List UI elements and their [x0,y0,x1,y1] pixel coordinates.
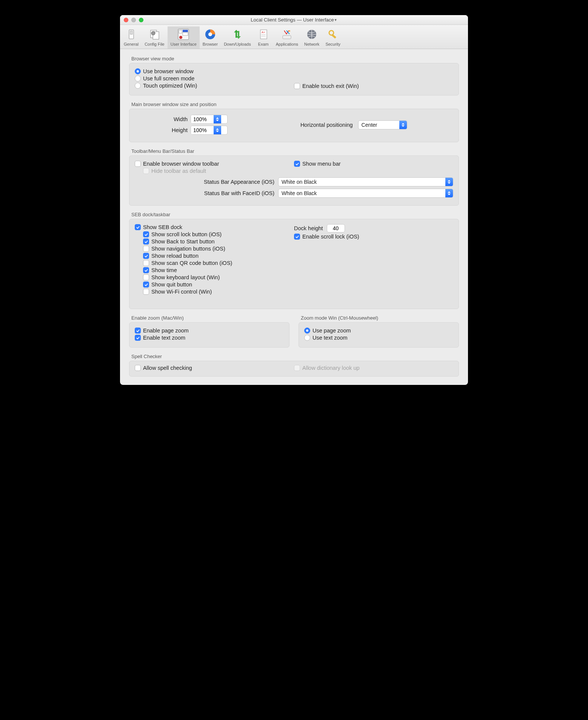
check-enable-text-zoom[interactable] [135,335,141,341]
general-icon [125,28,138,41]
check-label: Allow spell checking [143,365,192,371]
popup-value: White on Black [279,179,445,185]
toolbar: General Config File User Interface Brows… [120,25,468,49]
chevron-updown-icon [445,178,453,186]
check-show-reload[interactable] [143,253,149,259]
tab-applications[interactable]: Applications [273,26,301,49]
tab-label: Security [325,42,340,46]
radio-touch-optimized[interactable] [135,83,141,89]
svg-rect-14 [283,35,291,39]
section-label-zoom-mode: Zoom mode Win (Ctrl-Mousewheel) [301,315,459,321]
dock-height-input[interactable] [327,224,345,232]
check-enable-scroll-lock[interactable] [294,234,300,240]
svg-rect-8 [179,30,182,33]
check-label: Enable browser window toolbar [143,161,219,167]
tab-down-uploads[interactable]: Down/Uploads [221,26,254,49]
chevron-updown-icon [399,121,407,129]
check-label: Show reload button [151,253,199,259]
popup-status-ios[interactable]: White on Black [278,177,453,186]
check-show-dock[interactable] [135,224,141,230]
hpos-label: Horizontal positioning [300,122,353,128]
check-show-back[interactable] [143,238,149,245]
svg-point-9 [179,36,182,39]
svg-rect-18 [331,34,336,38]
check-label: Enable text zoom [143,335,185,341]
window-title: Local Client Settings — User Interface▼ [120,17,468,23]
check-show-wifi[interactable] [143,289,149,295]
check-enable-touch-exit[interactable] [294,83,300,89]
tab-user-interface[interactable]: User Interface [168,26,200,49]
check-label: Show scan QR code button (iOS) [151,260,232,266]
radio-label: Use text zoom [312,335,348,341]
radio-label: Use page zoom [312,328,351,334]
minimize-icon[interactable] [131,18,136,22]
radio-label: Use full screen mode [143,75,194,82]
check-label: Enable scroll lock (iOS) [302,234,359,240]
tab-label: General [124,42,139,46]
stepper-icon[interactable] [214,115,221,123]
section-label-bars: Toolbar/Menu Bar/Status Bar [131,148,459,154]
width-input[interactable] [191,115,214,123]
tab-label: Applications [276,42,298,46]
check-enable-page-zoom[interactable] [135,328,141,334]
section-label-spell: Spell Checker [131,354,459,359]
chevron-updown-icon [445,189,453,197]
radio-use-page-zoom[interactable] [304,328,310,334]
group-dock: Show SEB dock Show scroll lock button (i… [129,219,459,309]
tab-network[interactable]: Network [301,26,322,49]
section-label-enable-zoom: Enable zoom (Mac/Win) [131,315,289,321]
tab-label: Network [304,42,319,46]
check-show-nav[interactable] [143,246,149,252]
check-hide-toolbar-default [143,168,149,174]
tab-exam[interactable]: A+ Exam [254,26,273,49]
tab-label: Config File [145,42,165,46]
radio-use-full-screen[interactable] [135,75,141,82]
check-label: Show menu bar [302,161,341,167]
tab-config-file[interactable]: Config File [142,26,168,49]
exam-icon: A+ [257,28,270,41]
zoom-icon[interactable] [139,18,143,22]
height-label: Height [135,127,188,133]
svg-rect-1 [130,31,132,34]
check-label: Show SEB dock [143,224,182,230]
check-label: Enable page zoom [143,328,189,334]
check-label: Show keyboard layout (Win) [151,274,220,280]
stepper-icon[interactable] [214,126,221,134]
tab-security[interactable]: Security [322,26,343,49]
check-allow-spell[interactable] [135,365,141,371]
check-show-scroll-lock[interactable] [143,231,149,237]
tab-browser[interactable]: Browser [200,26,221,49]
tab-label: Down/Uploads [224,42,251,46]
check-show-menu[interactable] [294,161,300,167]
group-enable-zoom: Enable page zoom Enable text zoom [129,322,289,348]
height-input[interactable] [191,126,214,134]
combo-height[interactable] [191,126,228,135]
group-main-window: Width Height Ho [129,109,459,142]
popup-hpos[interactable]: Center [358,120,407,129]
security-icon [326,28,339,41]
check-show-kbd[interactable] [143,274,149,280]
check-show-qr[interactable] [143,260,149,266]
radio-use-browser-window[interactable] [135,68,141,74]
check-label: Show scroll lock button (iOS) [151,231,222,237]
dock-height-label: Dock height [294,225,323,231]
tab-general[interactable]: General [121,26,142,49]
check-show-time[interactable] [143,267,149,273]
combo-width[interactable] [191,115,228,124]
svg-point-15 [289,30,290,32]
svg-point-4 [151,31,155,35]
popup-value: White on Black [279,190,445,196]
check-enable-toolbar[interactable] [135,161,141,167]
radio-use-text-zoom[interactable] [304,335,310,341]
updown-icon [231,28,244,41]
popup-status-faceid[interactable]: White on Black [278,189,453,198]
tab-label: Exam [258,42,269,46]
config-file-icon [148,28,161,41]
close-icon[interactable] [124,18,128,22]
check-show-quit[interactable] [143,282,149,288]
svg-rect-6 [183,30,188,32]
titlebar: Local Client Settings — User Interface▼ [120,15,468,25]
group-bars: Enable browser window toolbar Hide toolb… [129,155,459,206]
group-spell: Allow spell checking Allow dictionary lo… [129,361,459,377]
settings-body: Browser view mode Use browser window Use… [120,49,468,385]
